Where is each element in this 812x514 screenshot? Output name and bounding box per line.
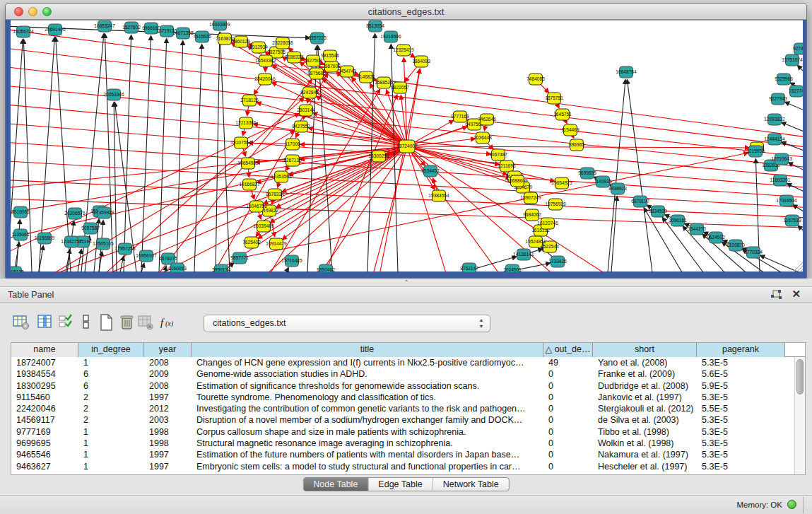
graph-node-yellow[interactable]: 2718126	[240, 95, 259, 106]
graph-node-yellow[interactable]: 7484083	[526, 74, 545, 85]
graph-node-teal[interactable]: 5905135	[11, 267, 24, 272]
delete-table-button[interactable]	[117, 313, 137, 334]
import-table-button[interactable]	[136, 313, 155, 334]
table-settings-button[interactable]	[11, 313, 31, 334]
graph-node-yellow[interactable]: 1154469	[561, 124, 579, 136]
graph-node-yellow[interactable]: 18907249	[520, 192, 541, 204]
graph-node-yellow[interactable]: 9875685	[307, 68, 326, 79]
table-selector-dropdown[interactable]: citations_edges.txt ▲▼	[204, 315, 490, 332]
graph-node-teal[interactable]: 12444134	[764, 134, 785, 145]
graph-node-teal[interactable]: 6979197	[631, 196, 649, 207]
graph-node-teal[interactable]: 8357223	[308, 33, 326, 44]
window-title-bar[interactable]: citations_edges.txt	[6, 4, 806, 20]
graph-node-yellow[interactable]: 7625402	[242, 237, 261, 248]
graph-node-teal[interactable]: 1344370	[688, 223, 706, 235]
graph-node-teal[interactable]: 15751074	[782, 54, 803, 66]
graph-node-yellow[interactable]: 8678334	[266, 189, 284, 200]
graph-node-teal[interactable]: 9329966	[775, 74, 793, 85]
graph-node-teal[interactable]: 6160083	[168, 263, 187, 272]
column-header-pagerank[interactable]: pagerank	[697, 343, 785, 357]
table-row[interactable]: 911546021997Tourette syndrome. Phenomeno…	[11, 392, 805, 403]
graph-node-teal[interactable]: 8215958	[746, 146, 765, 157]
row-select-check-button[interactable]	[57, 313, 76, 334]
graph-node-teal[interactable]: 1534457	[421, 165, 440, 177]
graph-node-teal[interactable]: 192774	[789, 86, 803, 97]
graph-node-teal[interactable]: 1770384	[744, 247, 763, 258]
graph-node-teal[interactable]: 9097587	[81, 223, 100, 234]
tab-edge-table[interactable]: Edge Table	[368, 478, 433, 491]
graph-node-teal[interactable]: 927412	[793, 43, 803, 54]
graph-node-teal[interactable]: 9857771	[230, 252, 249, 264]
table-row[interactable]: 1938455462009Genome-wide association stu…	[11, 368, 805, 380]
graph-node-teal[interactable]: 14055724	[13, 26, 34, 37]
graph-node-teal[interactable]: 2516085	[11, 206, 30, 218]
new-table-button[interactable]	[96, 313, 116, 334]
function-builder-button[interactable]: f(x)	[158, 313, 178, 334]
table-row[interactable]: 977716911998Corpus callosum shape and si…	[11, 426, 805, 438]
graph-node-teal[interactable]: 5950134	[212, 264, 230, 272]
graph-node-yellow[interactable]: 16914479	[266, 238, 287, 250]
graph-node-yellow[interactable]: 6822057	[391, 82, 409, 93]
table-row[interactable]: 1830029562008Estimation of significance …	[11, 380, 805, 392]
graph-node-yellow[interactable]: 1864093	[412, 56, 430, 67]
graph-node-yellow[interactable]: 19654923	[551, 177, 572, 189]
close-panel-icon[interactable]: ✕	[792, 288, 801, 300]
column-show-button[interactable]	[35, 313, 55, 334]
graph-node-yellow[interactable]: 1211695	[498, 160, 516, 172]
graph-node-yellow[interactable]: 8427552	[292, 121, 310, 132]
graph-node-teal[interactable]: 8938923	[608, 183, 627, 194]
graph-node-yellow[interactable]: 8860128	[232, 36, 250, 47]
column-header-short[interactable]: short	[593, 343, 697, 357]
graph-node-teal[interactable]: 7515526	[193, 31, 211, 42]
graph-node-yellow[interactable]: 896965	[569, 139, 584, 151]
graph-node-teal[interactable]: 9834599	[649, 206, 667, 217]
table-row[interactable]: 969969511998Structural magnetic resonanc…	[11, 438, 805, 449]
graph-node-teal[interactable]: 1527602	[122, 22, 141, 33]
graph-node-teal[interactable]: 6100870	[726, 240, 745, 251]
column-header-out_de[interactable]: △ out_de…	[543, 343, 593, 357]
graph-node-teal[interactable]: 11693201	[770, 175, 791, 186]
graph-node-teal[interactable]: 1024501	[503, 264, 522, 272]
column-header-title[interactable]: title	[192, 343, 543, 357]
graph-node-yellow[interactable]: 8454749	[338, 66, 356, 77]
graph-node-teal[interactable]: 1167533	[783, 215, 801, 226]
table-row[interactable]: 946362711997Embryonic stem cells: a mode…	[11, 461, 805, 472]
graph-node-teal[interactable]: 1135061	[11, 229, 30, 240]
graph-node-teal[interactable]: 9350462	[317, 264, 335, 272]
graph-node-yellow[interactable]: 9146821	[357, 71, 375, 83]
graph-node-teal[interactable]: 8752147	[460, 263, 478, 272]
network-view-canvas[interactable]: 1599811700619277489696592741210245011067…	[11, 20, 803, 271]
scrollbar-thumb[interactable]	[796, 359, 804, 395]
graph-node-teal[interactable]: 9227343	[769, 93, 787, 105]
graph-node-yellow[interactable]: 2803144	[297, 105, 315, 116]
column-pair-button[interactable]	[76, 313, 96, 334]
graph-node-yellow[interactable]: 7462646	[478, 114, 496, 125]
graph-node-teal[interactable]: 16958107	[136, 250, 157, 262]
graph-node-teal[interactable]: 20691406	[45, 24, 66, 35]
graph-node-yellow[interactable]: 1067487	[489, 149, 507, 160]
graph-node-teal[interactable]: 9699695	[578, 168, 596, 179]
graph-node-yellow[interactable]: 18724007	[396, 140, 418, 153]
graph-node-yellow[interactable]: 9242845	[300, 87, 319, 98]
resize-grip-icon[interactable]	[800, 269, 803, 272]
table-row[interactable]: 946554611997Estimation of the future num…	[11, 449, 805, 460]
splitter-handle[interactable]: ⌃	[403, 280, 410, 285]
graph-node-teal[interactable]: 1096161	[669, 215, 687, 226]
graph-node-teal[interactable]: 11156869	[35, 233, 55, 244]
graph-node-teal[interactable]: 15716485	[281, 255, 302, 267]
graph-node-teal[interactable]: 19218506	[380, 31, 401, 42]
graph-node-yellow[interactable]: 19756928	[545, 199, 566, 210]
graph-node-yellow[interactable]: 9684067	[523, 209, 541, 221]
graph-node-yellow[interactable]: 23420046	[254, 74, 276, 85]
table-row[interactable]: 1872400712008Changes of HCN gene express…	[11, 357, 805, 368]
graph-node-yellow[interactable]: 9827508	[304, 55, 322, 66]
table-row[interactable]: 2242004622012Investigating the contribut…	[11, 403, 805, 414]
memory-ok-indicator[interactable]	[787, 500, 796, 509]
graph-node-teal[interactable]: 1733426	[548, 256, 567, 267]
column-header-name[interactable]: name	[11, 343, 78, 357]
graph-node-yellow[interactable]: 2036448	[473, 132, 492, 144]
graph-node-teal[interactable]: 20206576	[64, 208, 86, 219]
graph-node-yellow[interactable]: 9777169	[451, 111, 469, 122]
graph-node-yellow[interactable]: 12325419	[393, 45, 414, 56]
graph-node-yellow[interactable]: 8267130	[283, 155, 302, 166]
